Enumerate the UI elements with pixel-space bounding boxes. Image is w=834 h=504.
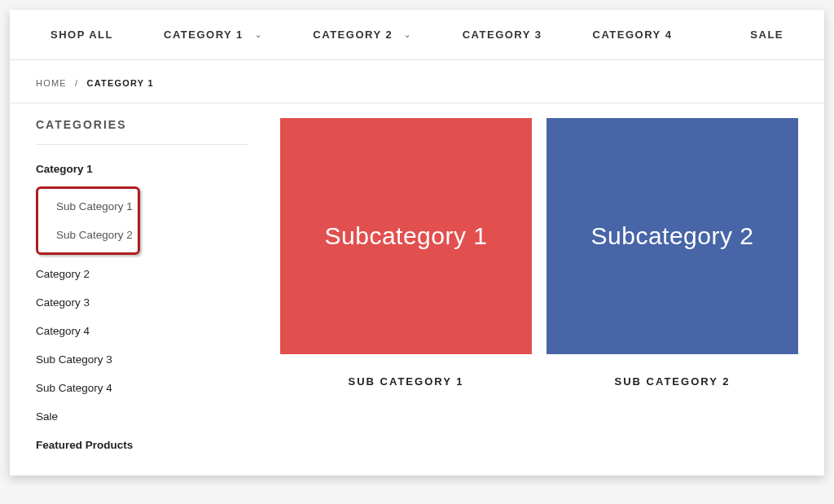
- tile-image-text: Subcategory 1: [325, 222, 488, 250]
- sidebar-item-category-4[interactable]: Category 4: [36, 317, 248, 345]
- breadcrumb-sep: /: [75, 78, 78, 88]
- main: CATEGORIES Category 1 Sub Category 1 Sub…: [10, 112, 824, 476]
- tile-label-sub-category-2: SUB CATEGORY 2: [546, 375, 798, 388]
- chevron-down-icon: ⌄: [404, 30, 412, 39]
- sidebar-item-category-2[interactable]: Category 2: [36, 260, 248, 288]
- tile-image-text: Subcategory 2: [591, 222, 754, 250]
- tile-image-subcategory-2[interactable]: Subcategory 2: [546, 118, 798, 354]
- tile-row: Subcategory 1 SUB CATEGORY 1 Subcategory…: [280, 118, 798, 388]
- sidebar-item-sub-category-4[interactable]: Sub Category 4: [36, 374, 248, 402]
- sidebar-item-sale[interactable]: Sale: [36, 402, 248, 431]
- nav-category-4-label: CATEGORY 4: [593, 28, 673, 41]
- content: Subcategory 1 SUB CATEGORY 1 Subcategory…: [280, 118, 798, 459]
- breadcrumb: HOME / CATEGORY 1: [36, 78, 798, 88]
- tile-image-subcategory-1[interactable]: Subcategory 1: [280, 118, 532, 354]
- chevron-down-icon: ⌄: [255, 30, 263, 39]
- top-nav: SHOP ALL CATEGORY 1 ⌄ CATEGORY 2 ⌄ CATEG…: [10, 10, 824, 60]
- nav-category-1[interactable]: CATEGORY 1 ⌄: [164, 28, 262, 41]
- category-list: Category 1 Sub Category 1 Sub Category 2…: [36, 155, 248, 459]
- nav-shop-all[interactable]: SHOP ALL: [50, 28, 113, 41]
- highlight-annotation: Sub Category 1 Sub Category 2: [36, 186, 140, 255]
- nav-sale[interactable]: SALE: [750, 28, 784, 41]
- nav-category-4[interactable]: CATEGORY 4: [593, 28, 673, 41]
- sidebar-item-sub-category-1[interactable]: Sub Category 1: [38, 192, 136, 221]
- sidebar-item-featured-products[interactable]: Featured Products: [36, 431, 248, 459]
- nav-category-1-label: CATEGORY 1: [164, 28, 244, 41]
- nav-category-3-label: CATEGORY 3: [463, 28, 542, 41]
- breadcrumb-current: CATEGORY 1: [87, 78, 154, 88]
- sidebar: CATEGORIES Category 1 Sub Category 1 Sub…: [36, 118, 248, 459]
- nav-category-2-label: CATEGORY 2: [313, 28, 393, 41]
- breadcrumb-row: HOME / CATEGORY 1: [10, 60, 824, 103]
- sidebar-item-category-1[interactable]: Category 1: [36, 155, 248, 183]
- page: SHOP ALL CATEGORY 1 ⌄ CATEGORY 2 ⌄ CATEG…: [10, 10, 824, 476]
- tile-sub-category-2[interactable]: Subcategory 2 SUB CATEGORY 2: [546, 118, 798, 388]
- nav-shop-all-label: SHOP ALL: [50, 28, 113, 41]
- nav-category-2[interactable]: CATEGORY 2 ⌄: [313, 28, 411, 41]
- breadcrumb-home[interactable]: HOME: [36, 78, 67, 88]
- sidebar-item-sub-category-3[interactable]: Sub Category 3: [36, 345, 248, 374]
- tile-sub-category-1[interactable]: Subcategory 1 SUB CATEGORY 1: [280, 118, 532, 388]
- sidebar-heading: CATEGORIES: [36, 118, 248, 145]
- nav-category-3[interactable]: CATEGORY 3: [463, 28, 542, 41]
- sidebar-item-category-3[interactable]: Category 3: [36, 288, 248, 317]
- tile-label-sub-category-1: SUB CATEGORY 1: [280, 375, 532, 388]
- nav-sale-label: SALE: [750, 28, 784, 41]
- sidebar-item-sub-category-2[interactable]: Sub Category 2: [38, 221, 136, 249]
